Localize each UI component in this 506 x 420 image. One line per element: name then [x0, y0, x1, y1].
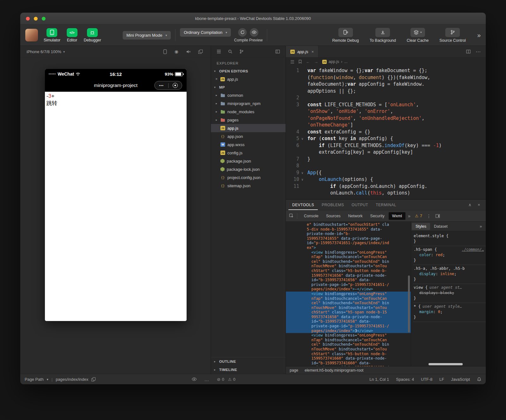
plus-button[interactable]: +: [51, 93, 54, 99]
wxml-node-line[interactable]: private-node-id="b-: [286, 232, 411, 236]
mute-icon[interactable]: [186, 50, 191, 54]
wxml-node-line[interactable]: chStart" class="h5-button node-b-: [286, 352, 411, 356]
wxml-node-line[interactable]: 1599573741655" data-private-page-: [286, 236, 411, 241]
wxml-node-line[interactable]: id="b-1599573741656" data-: [286, 278, 411, 282]
device-selector[interactable]: iPhone 6/7/8 100%: [27, 49, 61, 54]
wxml-node-line[interactable]: 5-div node-b-1599573741655" data-: [286, 227, 411, 232]
tab-overflow-icon[interactable]: »: [406, 213, 412, 219]
mode-dropdown[interactable]: Mini Program Mode ▾: [123, 31, 171, 40]
inspector-tab-network[interactable]: Network: [345, 212, 366, 220]
tree-file-package-lock.json[interactable]: package-lock.json: [211, 165, 286, 173]
inspect-element-icon[interactable]: [289, 213, 294, 218]
bookmark-icon[interactable]: [299, 60, 302, 64]
wxml-node-line[interactable]: ex">: [286, 245, 411, 250]
tree-folder-node_modules[interactable]: ▸node_modules: [211, 108, 286, 116]
file-list-icon[interactable]: [217, 50, 221, 53]
outline-list-icon[interactable]: [290, 60, 294, 64]
tree-file-app.json[interactable]: {}app.json: [211, 132, 286, 140]
tree-file-app.js[interactable]: JSapp.js: [211, 124, 286, 132]
fold-icon[interactable]: ∨: [299, 170, 305, 176]
rotate-device-icon[interactable]: [163, 49, 167, 54]
preview-button[interactable]: [250, 28, 258, 37]
close-devtools-icon[interactable]: ×: [478, 202, 480, 207]
language-mode[interactable]: JavaScript: [451, 377, 470, 382]
inspector-tab-console[interactable]: Console: [300, 212, 322, 220]
devtools-menu-icon[interactable]: ⋮: [427, 213, 431, 219]
styles-tab-dataset[interactable]: Dataset: [430, 223, 451, 230]
close-tab-icon[interactable]: ×: [312, 49, 314, 54]
breadcrumb[interactable]: JS app.js › ...: [322, 59, 348, 64]
inspector-tab-security[interactable]: Security: [367, 212, 388, 220]
wxml-node-line[interactable]: pages/index/index">-</view>: [286, 287, 411, 292]
minimize-window-button[interactable]: [34, 17, 38, 21]
tab-appjs[interactable]: JS app.js ×: [286, 46, 318, 57]
wxml-node-line[interactable]: private-page-id="p-1599573741651-/: [286, 365, 411, 366]
more-actions-icon[interactable]: ⋯: [476, 49, 481, 55]
wxml-node-selected[interactable]: nTouchMove" bindtouchstart="onTou: [286, 306, 411, 310]
capsule-menu[interactable]: •••: [154, 81, 182, 90]
nav-back-icon[interactable]: ←: [306, 59, 310, 64]
inspector-tab-wxml[interactable]: Wxml: [389, 212, 405, 220]
toggle-visibility-icon[interactable]: [192, 374, 197, 384]
wxml-node-selected[interactable]: <view bindlongpress="onLongPress": [286, 292, 411, 296]
simulator-button[interactable]: Simulator: [44, 28, 60, 42]
remote-debug-button[interactable]: Remote Debug: [332, 28, 359, 43]
avatar[interactable]: [25, 29, 38, 41]
search-icon[interactable]: [228, 49, 232, 54]
capsule-close-icon[interactable]: [169, 83, 182, 88]
copy-path-icon[interactable]: [91, 377, 95, 381]
tree-folder-pages[interactable]: ▸pages: [211, 116, 286, 124]
tree-folder-miniprogram_npm[interactable]: ▸miniprogram_npm: [211, 99, 286, 108]
wxml-node-line[interactable]: nTouchMove" bindtouchstart="onTou: [286, 347, 411, 352]
css-property[interactable]: display: inline;: [414, 271, 484, 277]
styles-tab-styles[interactable]: Styles: [412, 223, 430, 230]
tree-file-package.json[interactable]: package.json: [211, 157, 286, 165]
devtools-tab-problems[interactable]: PROBLEMS: [318, 200, 348, 210]
open-editors-section[interactable]: ▾ OPEN EDITORS: [211, 67, 286, 75]
tree-file-app.wxss[interactable]: Wapp.wxss: [211, 140, 286, 149]
editor-button[interactable]: </> Editor: [67, 28, 77, 42]
debugger-button[interactable]: Debugger: [84, 28, 101, 42]
wxml-node-selected[interactable]: pages/index/index">3</view>: [286, 329, 411, 333]
wxml-node-selected[interactable]: nTap" bindtouchcancel="onTouchCan: [286, 296, 411, 301]
cursor-position[interactable]: Ln 1, Col 1: [369, 377, 389, 382]
phone-preview[interactable]: ••••• WeChat 16:12 93% mi: [45, 69, 187, 321]
more-dots-icon[interactable]: •••: [155, 83, 168, 87]
wxml-node-selected[interactable]: private-page-id="p-1599573741651-/: [286, 324, 411, 329]
fold-icon[interactable]: ∨: [299, 135, 305, 142]
git-branch-icon[interactable]: [239, 49, 244, 54]
wxml-node-selected[interactable]: 99573741658" data-private-node-: [286, 315, 411, 319]
dock-side-icon[interactable]: [435, 214, 440, 218]
bell-icon[interactable]: [477, 377, 481, 382]
multi-window-icon[interactable]: [198, 50, 202, 53]
compilation-dropdown[interactable]: Ordinary Compilation ▾: [180, 28, 231, 37]
tree-file-config.js[interactable]: JSconfig.js: [211, 149, 286, 157]
open-editor-item-appjs[interactable]: × JS app.js: [211, 75, 286, 83]
wxml-tree[interactable]: e" bindtouchstart="onTouchStart" cla5-di…: [286, 222, 411, 366]
wxml-node-line[interactable]: id="b-1599573741660" data-: [286, 361, 411, 366]
collapse-devtools-icon[interactable]: ∧: [468, 202, 472, 207]
wxml-scrollbar[interactable]: [408, 275, 410, 332]
page-path-selector[interactable]: Page Path: [25, 377, 44, 382]
wxml-node-line[interactable]: id="p-1599573741651-/pages/index/ind: [286, 241, 411, 245]
collapse-panel-icon[interactable]: [275, 50, 280, 53]
nav-forward-icon[interactable]: →: [314, 59, 318, 64]
project-section[interactable]: ▾ MP: [211, 83, 286, 91]
indentation[interactable]: Spaces: 4: [396, 377, 414, 382]
encoding[interactable]: UTF-8: [421, 377, 432, 382]
jump-link[interactable]: 跳转: [46, 100, 185, 107]
wxml-node-line[interactable]: nTap" bindtouchcancel="onTouchCan: [286, 338, 411, 343]
tree-file-sitemap.json[interactable]: {}sitemap.json: [211, 182, 286, 190]
fold-icon[interactable]: ∨: [299, 176, 305, 183]
breadcrumb-page[interactable]: page: [290, 368, 298, 373]
record-icon[interactable]: ◉: [175, 49, 178, 54]
clear-cache-button[interactable]: ▾ Clear Cache: [407, 28, 429, 43]
wxml-node-selected[interactable]: cel" bindtouchend="onTouchEnd" bin: [286, 301, 411, 306]
wxml-node-line[interactable]: chStart" class="h5-button node-b-: [286, 269, 411, 273]
wxml-node-line[interactable]: 1599573741660" data-private-node-: [286, 356, 411, 361]
compile-button[interactable]: [238, 28, 247, 37]
wxml-node-line[interactable]: private-page-id="p-1599573741651-/: [286, 282, 411, 287]
split-editor-icon[interactable]: [466, 50, 471, 53]
stylesheet-link[interactable]: ./common/…: [462, 247, 484, 252]
devtools-tab-output[interactable]: OUTPUT: [348, 200, 372, 210]
